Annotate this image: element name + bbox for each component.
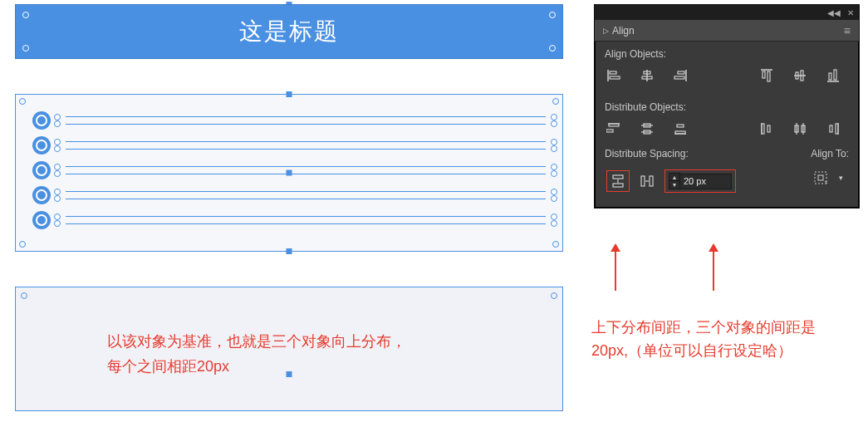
svg-rect-42 [650,176,653,186]
list-item[interactable] [32,186,546,204]
svg-rect-44 [815,172,826,184]
bullet-icon [32,136,51,155]
list-item[interactable] [32,211,546,229]
svg-rect-20 [606,130,613,132]
svg-rect-45 [818,175,823,180]
distribute-right-icon[interactable] [826,121,841,136]
anchor-point[interactable] [551,120,557,127]
annotation-arrow [615,245,616,291]
svg-rect-38 [613,175,623,179]
svg-rect-2 [610,76,620,79]
dropdown-icon[interactable]: ▾ [839,174,843,182]
anchor-point[interactable] [54,213,61,220]
anchor-point[interactable] [54,189,61,195]
distribute-bottom-icon[interactable] [673,121,688,136]
distribute-top-icon[interactable] [606,121,621,136]
align-right-icon[interactable] [673,68,688,83]
list-group-object[interactable] [15,94,563,252]
align-objects-section: Align Objects: [595,42,859,95]
vertical-distribute-space-icon[interactable] [611,174,625,189]
bullet-icon [32,161,51,179]
step-up-icon[interactable]: ▲ [669,174,679,181]
panel-menu-icon[interactable]: ≡ [844,24,851,37]
anchor-point[interactable] [22,45,29,52]
bullet-icon [32,211,51,229]
panel-titlebar[interactable]: ◀◀ ✕ [595,5,859,20]
list-line [66,116,546,125]
anchor-point[interactable] [551,189,557,195]
list-item[interactable] [32,161,546,179]
align-hcenter-icon[interactable] [640,68,655,83]
align-top-icon[interactable] [759,68,774,83]
anchor-point[interactable] [54,139,61,145]
anchor-point[interactable] [551,139,557,145]
note-line2: 每个之间相距20px [107,358,229,375]
anchor-point[interactable] [551,213,557,220]
distribute-vcenter-icon[interactable] [640,121,655,136]
annotation-text: 上下分布间距，三个对象的间距是 20px,（单位可以自行设定哈） [591,316,866,362]
svg-rect-19 [609,124,619,126]
anchor-point[interactable] [54,170,61,177]
step-down-icon[interactable]: ▼ [669,181,679,189]
anchor-point[interactable] [19,98,26,105]
svg-rect-39 [613,184,623,187]
anchor-point[interactable] [54,195,61,202]
list-line [66,191,546,199]
horizontal-distribute-space-icon[interactable] [640,174,655,189]
anchor-point[interactable] [551,164,557,170]
anchor-point[interactable] [54,145,61,152]
list-line [66,166,546,174]
selection-handle[interactable] [287,248,292,254]
anchor-point[interactable] [21,292,27,299]
svg-rect-36 [836,124,838,134]
anchor-point[interactable] [551,145,557,152]
section-label: Distribute Spacing: [605,148,738,159]
spacing-input[interactable] [680,174,732,189]
anchor-point[interactable] [54,114,61,120]
svg-rect-16 [829,73,831,80]
align-bottom-icon[interactable] [826,68,841,83]
list-item[interactable] [32,111,546,130]
anchor-point[interactable] [551,195,557,202]
collapse-icon[interactable]: ◀◀ [827,8,841,17]
panel-tab[interactable]: ▷ Align ≡ [595,20,859,42]
svg-rect-10 [763,71,765,78]
distribute-left-icon[interactable] [759,121,774,136]
anchor-point[interactable] [54,120,61,127]
anchor-point[interactable] [19,241,26,248]
align-left-icon[interactable] [606,68,621,83]
section-label: Align To: [811,148,849,159]
align-vcenter-icon[interactable] [792,68,807,83]
anchor-point[interactable] [549,12,556,18]
anchor-point[interactable] [552,98,559,105]
anchor-point[interactable] [551,220,557,227]
selection-handle[interactable] [287,91,292,97]
svg-rect-7 [678,71,684,74]
svg-rect-30 [767,125,770,132]
svg-rect-29 [762,124,764,134]
annotation-arrow [713,245,714,291]
spacing-stepper[interactable]: ▲ ▼ [669,173,732,189]
anchor-point[interactable] [549,45,556,52]
anchor-point[interactable] [551,114,557,120]
anchor-point[interactable] [22,12,29,18]
svg-rect-11 [767,71,770,81]
anchor-point[interactable] [552,241,559,248]
anchor-point[interactable] [54,164,61,170]
section-label: Align Objects: [605,48,849,60]
disclosure-icon[interactable]: ▷ [603,27,609,35]
note-text: 以该对象为基准，也就是三个对象向上分布， 每个之间相距20px [107,329,529,379]
anchor-point[interactable] [54,220,61,227]
title-text: 这是标题 [239,16,339,47]
align-to-selection-icon[interactable] [812,169,829,186]
close-icon[interactable]: ✕ [847,8,854,17]
list-item[interactable] [32,136,546,155]
anchor-point[interactable] [551,170,557,177]
distribute-hcenter-icon[interactable] [792,121,807,136]
bullet-icon [32,111,51,130]
svg-rect-26 [675,131,685,134]
anchor-point[interactable] [551,292,557,299]
selection-handle[interactable] [287,371,292,377]
note-box-object[interactable]: 以该对象为基准，也就是三个对象向上分布， 每个之间相距20px [15,287,563,411]
title-bar-object[interactable]: 这是标题 [15,4,563,59]
